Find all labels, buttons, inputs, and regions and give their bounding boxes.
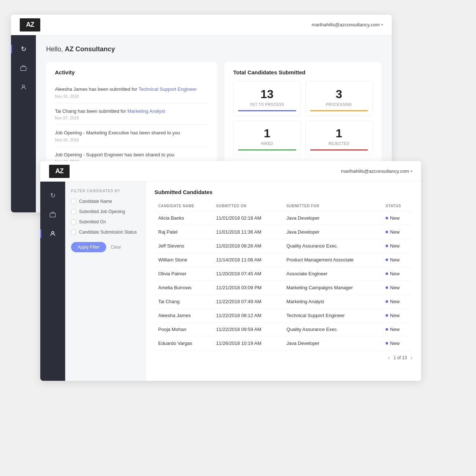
cell-status: New (382, 281, 412, 295)
cell-date: 11/21/2018 03:09 PM (212, 281, 283, 295)
clear-filter-button[interactable]: Clear (111, 245, 121, 250)
table-row[interactable]: Tai Chang 11/22/2018 07:49 AM Marketing … (155, 295, 412, 309)
activity-link-1[interactable]: Technical Support Engineer (138, 86, 197, 92)
cell-name: Amelia Burrows (155, 281, 212, 295)
activity-item-3: Job Opening - Marketing Executive has be… (55, 125, 208, 147)
filter-item-status: Candidate Submission Status (71, 230, 140, 235)
user-email-1[interactable]: marthahills@azconsultancy.com ▾ (312, 22, 383, 27)
status-badge: New (386, 257, 409, 263)
chevron-down-icon-2: ▾ (410, 169, 412, 173)
sidebar-2-item-dashboard[interactable]: ↻ (45, 187, 61, 204)
status-dot (386, 300, 388, 303)
cell-name: Tai Chang (155, 295, 212, 309)
stat-rejected: 1 REJECTED (305, 120, 373, 155)
activity-link-2[interactable]: Marketing Analyst (127, 108, 165, 114)
col-status: STATUS (382, 201, 412, 211)
cell-status: New (382, 211, 412, 225)
cell-role: Marketing Campaigns Manager (283, 281, 382, 295)
cell-role: Java Developer (283, 211, 382, 225)
status-badge: New (386, 313, 409, 318)
stats-card: Total Candidates Submitted 13 YET TO PRO… (224, 62, 382, 175)
table-row[interactable]: Jeff Stevens 11/02/2018 08:26 AM Quality… (155, 239, 412, 253)
activity-card: Activity Aleesha James has been submitte… (46, 62, 217, 175)
user-email-2[interactable]: marthahills@azconsultancy.com ▾ (341, 168, 412, 174)
cell-name: Pooja Mohan (155, 323, 212, 336)
table-row[interactable]: Pooja Mohan 11/22/2018 09:59 AM Quality … (155, 323, 412, 336)
page-info: 1 of 13 (394, 355, 407, 360)
cell-status: New (382, 295, 412, 309)
status-badge: New (386, 327, 409, 332)
status-badge: New (386, 285, 409, 290)
status-dot (386, 245, 388, 247)
activity-item-1: Aleesha James has been submitted for Tec… (55, 81, 208, 103)
table-row[interactable]: Aleesha James 11/22/2018 08:12 AM Techni… (155, 309, 412, 323)
status-dot (386, 342, 388, 345)
cell-status: New (382, 225, 412, 239)
stats-grid: 13 YET TO PROCESS 3 PROCESSING 1 HIRED (233, 81, 373, 155)
status-badge: New (386, 243, 409, 249)
logo-2: AZ (49, 165, 70, 178)
table-row[interactable]: Amelia Burrows 11/21/2018 03:09 PM Marke… (155, 281, 412, 295)
bar-hired (238, 149, 296, 150)
cell-status: New (382, 267, 412, 281)
sidebar-item-jobs[interactable] (15, 60, 31, 76)
cell-status: New (382, 336, 412, 350)
bar-processing (310, 110, 368, 111)
cell-role: Java Developer (283, 225, 382, 239)
status-dot (386, 231, 388, 233)
sidebar-1: ↻ (11, 35, 36, 212)
bar-yet-to-process (238, 110, 296, 111)
filter-checkbox-submitted-on[interactable] (71, 219, 76, 224)
cell-role: Java Developer (283, 336, 382, 350)
logo-text-2: AZ (55, 167, 63, 175)
table-row[interactable]: Raj Patel 11/01/2018 11:36 AM Java Devel… (155, 225, 412, 239)
cell-date: 11/26/2018 10:19 AM (212, 336, 283, 350)
svg-point-1 (22, 85, 25, 87)
topbar-2: AZ marthahills@azconsultancy.com ▾ (40, 161, 421, 182)
stats-title: Total Candidates Submitted (233, 69, 373, 75)
sidebar-item-candidates[interactable] (15, 79, 31, 95)
cell-status: New (382, 253, 412, 267)
cell-date: 11/01/2018 02:18 AM (212, 211, 283, 225)
table-panel: Submitted Candidates CANDIDATE NAME SUBM… (146, 182, 421, 381)
status-badge: New (386, 341, 409, 346)
cell-name: Raj Patel (155, 225, 212, 239)
main-content-2: FILTER CANDIDATES BY Candidate Name Subm… (65, 182, 421, 381)
table-row[interactable]: Eduardo Vargas 11/26/2018 10:19 AM Java … (155, 336, 412, 350)
cell-role: Technical Support Engineer (283, 309, 382, 323)
col-name: CANDIDATE NAME (155, 201, 212, 211)
table-row[interactable]: Olivia Palmer 11/20/2018 07:45 AM Associ… (155, 267, 412, 281)
status-dot (386, 286, 388, 289)
status-badge: New (386, 215, 409, 221)
chevron-down-icon: ▾ (381, 23, 383, 27)
table-row[interactable]: Alicia Banks 11/01/2018 02:18 AM Java De… (155, 211, 412, 225)
table-row[interactable]: William Stone 11/14/2018 11:08 AM Produc… (155, 253, 412, 267)
sidebar-2-item-jobs[interactable] (45, 207, 61, 223)
prev-page-button[interactable]: ‹ (388, 355, 390, 361)
stat-yet-to-process: 13 YET TO PROCESS (233, 81, 301, 116)
logo-text: AZ (26, 21, 34, 29)
stat-processing: 3 PROCESSING (305, 81, 373, 116)
status-dot (386, 259, 388, 261)
cell-status: New (382, 309, 412, 323)
sidebar-item-dashboard[interactable]: ↻ (15, 41, 31, 57)
cell-name: Alicia Banks (155, 211, 212, 225)
cell-role: Quality Assurance Exec. (283, 239, 382, 253)
filter-checkbox-name[interactable] (71, 199, 76, 204)
svg-point-3 (52, 231, 54, 234)
sidebar-2-item-candidates[interactable] (45, 226, 61, 242)
filter-checkbox-status[interactable] (71, 230, 76, 235)
cell-name: Eduardo Vargas (155, 336, 212, 350)
filter-checkbox-job[interactable] (71, 209, 76, 214)
svg-rect-0 (21, 67, 26, 71)
filter-item-name: Candidate Name (71, 199, 140, 204)
sidebar-2: ↻ (40, 182, 65, 381)
next-page-button[interactable]: › (410, 355, 412, 361)
window-2: AZ marthahills@azconsultancy.com ▾ ↻ FIL… (40, 161, 421, 381)
filter-item-submitted-on: Submitted On (71, 219, 140, 224)
cell-role: Quality Assurance Exec. (283, 323, 382, 336)
filter-item-job: Submitted Job Opening (71, 209, 140, 214)
apply-filter-button[interactable]: Apply Filter (71, 242, 106, 252)
cell-date: 11/20/2018 07:45 AM (212, 267, 283, 281)
cell-date: 11/02/2018 08:26 AM (212, 239, 283, 253)
